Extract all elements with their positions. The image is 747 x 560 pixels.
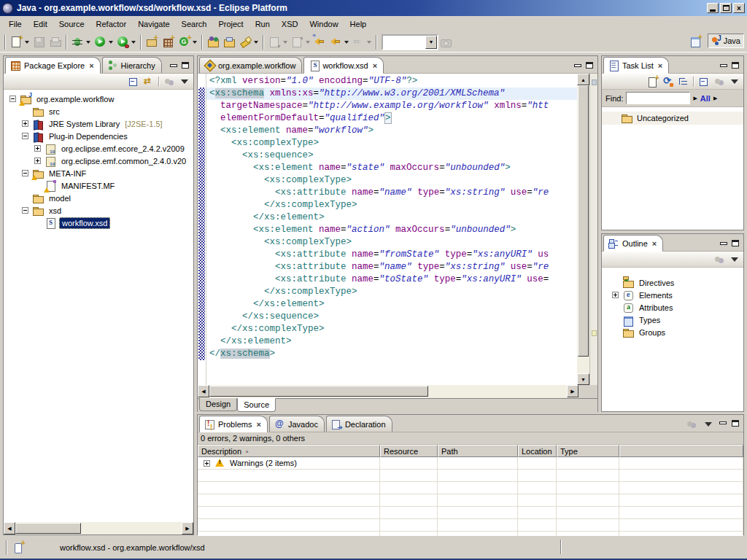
expand-icon[interactable] — [34, 158, 41, 164]
source-editor[interactable]: <?xml version="1.0" encoding="UTF-8"?><x… — [206, 74, 577, 385]
outline-item-directives[interactable]: Directives — [602, 276, 743, 289]
editor-hscrollbar[interactable]: ◀ ▶ — [198, 385, 578, 398]
editor-minimize-icon[interactable] — [574, 64, 581, 67]
run-last-button[interactable] — [115, 34, 137, 50]
task-category-row[interactable]: Uncategorized — [602, 112, 743, 125]
menu-source[interactable]: Source — [53, 18, 90, 31]
menu-file[interactable]: File — [3, 18, 28, 31]
collapse-all-icon[interactable] — [128, 76, 139, 88]
collapse-icon[interactable] — [22, 133, 28, 139]
expand-icon[interactable] — [612, 292, 619, 298]
editor-maximize-icon[interactable] — [586, 62, 593, 69]
package-explorer-hscrollbar[interactable]: ◀ ▶ — [4, 522, 193, 534]
find-scope-left-arrow[interactable]: ▶ — [693, 96, 697, 101]
new-package-button[interactable] — [160, 34, 176, 50]
tree-item-org-example-workflow[interactable]: Jorg.example.workflow — [4, 93, 193, 105]
outline-item-types[interactable]: Types — [602, 314, 743, 326]
tab-hierarchy[interactable]: Hierarchy — [102, 57, 162, 73]
column-header-resource[interactable]: Resource — [380, 445, 438, 457]
close-tab-icon[interactable]: × — [373, 61, 377, 70]
last-edit-button[interactable]: ✳ — [312, 34, 328, 50]
tree-item-manifest-mf[interactable]: MANIFEST.MF — [4, 179, 193, 192]
filter-icon[interactable] — [686, 419, 697, 430]
menu-refactor[interactable]: Refactor — [90, 18, 133, 31]
menu-xsd[interactable]: XSD — [276, 18, 304, 31]
menu-help[interactable]: Help — [344, 18, 373, 31]
view-minimize-icon[interactable] — [719, 421, 727, 424]
close-tab-icon[interactable]: × — [658, 61, 662, 70]
scroll-right-icon[interactable]: ▶ — [567, 385, 578, 397]
dropdown-arrow-icon[interactable] — [131, 41, 136, 44]
close-tab-icon[interactable]: × — [652, 239, 657, 248]
editor-vscrollbar[interactable]: ▲ ▼ — [577, 74, 589, 385]
view-maximize-icon[interactable] — [732, 62, 739, 69]
new-wizard-button[interactable] — [9, 34, 31, 50]
dropdown-arrow-icon[interactable] — [306, 41, 310, 44]
scroll-left-icon[interactable]: ◀ — [198, 385, 209, 397]
view-minimize-icon[interactable] — [170, 64, 177, 67]
filter-icon[interactable] — [713, 254, 725, 265]
tree-item-org-eclipse-emf-ecore-2-4-2-v2009[interactable]: org.eclipse.emf.ecore_2.4.2.v2009 — [4, 142, 193, 155]
view-menu-icon[interactable] — [179, 76, 190, 88]
link-with-editor-icon[interactable] — [143, 76, 155, 88]
combo-dropdown-icon[interactable]: ▼ — [425, 36, 437, 49]
close-tab-icon[interactable]: × — [89, 61, 93, 70]
back-button[interactable] — [328, 34, 350, 50]
fast-view-icon[interactable] — [13, 542, 25, 553]
tab-javadoc[interactable]: Javadoc — [269, 416, 325, 432]
expand-icon[interactable] — [34, 145, 41, 152]
problems-row-warnings[interactable]: Warnings (2 items) — [198, 457, 743, 470]
tree-item-xsd[interactable]: xsd — [4, 204, 193, 217]
dropdown-arrow-icon[interactable] — [344, 41, 349, 44]
tab-package-explorer[interactable]: Package Explore × — [5, 57, 101, 73]
menu-search[interactable]: Search — [176, 18, 213, 31]
dropdown-arrow-icon[interactable] — [193, 41, 197, 44]
menu-run[interactable]: Run — [249, 18, 276, 31]
overview-ruler[interactable] — [589, 74, 597, 385]
close-button[interactable]: × — [733, 3, 745, 13]
tab-outline[interactable]: Outline × — [603, 235, 663, 251]
filter-icon[interactable] — [713, 76, 725, 88]
open-perspective-button[interactable] — [688, 34, 705, 47]
column-header-type[interactable]: Type — [557, 445, 619, 457]
tree-item-meta-inf[interactable]: META-INF — [4, 167, 193, 179]
open-type-button[interactable] — [206, 34, 221, 50]
dropdown-arrow-icon[interactable] — [254, 41, 258, 44]
tab-task-list[interactable]: Task List × — [603, 57, 669, 73]
view-maximize-icon[interactable] — [182, 62, 189, 69]
maximize-button[interactable] — [720, 3, 732, 13]
tree-item-model[interactable]: model — [4, 192, 193, 204]
new-task-icon[interactable] — [647, 76, 659, 88]
collapse-all-icon[interactable] — [698, 76, 710, 88]
task-filter-all[interactable]: All — [700, 94, 711, 103]
expand-icon[interactable] — [204, 460, 210, 467]
outline-item-attributes[interactable]: Attributes — [602, 301, 743, 314]
dropdown-arrow-icon[interactable] — [367, 41, 371, 44]
open-resource-button[interactable] — [222, 34, 237, 50]
dropdown-arrow-icon[interactable] — [283, 41, 287, 44]
view-minimize-icon[interactable] — [720, 242, 727, 245]
collapse-icon[interactable] — [9, 96, 16, 102]
collapse-icon[interactable] — [22, 207, 28, 214]
view-minimize-icon[interactable] — [720, 64, 727, 67]
outline-item-groups[interactable]: Groups — [602, 326, 743, 338]
editor-tab-workflow-xsd[interactable]: workflow.xsd× — [303, 57, 384, 73]
synchronize-icon[interactable] — [662, 76, 674, 88]
close-tab-icon[interactable]: × — [256, 420, 260, 429]
menu-navigate[interactable]: Navigate — [132, 18, 175, 31]
find-input[interactable] — [626, 92, 690, 104]
column-header-path[interactable]: Path — [438, 445, 518, 457]
tree-item-jre-system-library[interactable]: JRE System Library[J2SE-1.5] — [4, 117, 193, 130]
scroll-down-icon[interactable]: ▼ — [577, 373, 589, 385]
column-header-empty[interactable] — [619, 445, 743, 457]
overview-warning-marker[interactable] — [592, 330, 597, 336]
mode-tab-design[interactable]: Design — [199, 398, 237, 411]
scope-combo-input[interactable] — [383, 36, 425, 49]
tab-declaration[interactable]: Declaration — [326, 416, 392, 432]
tree-item-plug-in-dependencies[interactable]: Plug-in Dependencies — [4, 130, 193, 142]
scroll-right-icon[interactable]: ▶ — [182, 522, 193, 534]
expand-icon[interactable] — [22, 120, 28, 127]
find-scope-right-arrow[interactable]: ▶ — [713, 96, 717, 101]
collapse-icon[interactable] — [22, 170, 28, 176]
task-grouping-icon[interactable] — [678, 76, 689, 88]
